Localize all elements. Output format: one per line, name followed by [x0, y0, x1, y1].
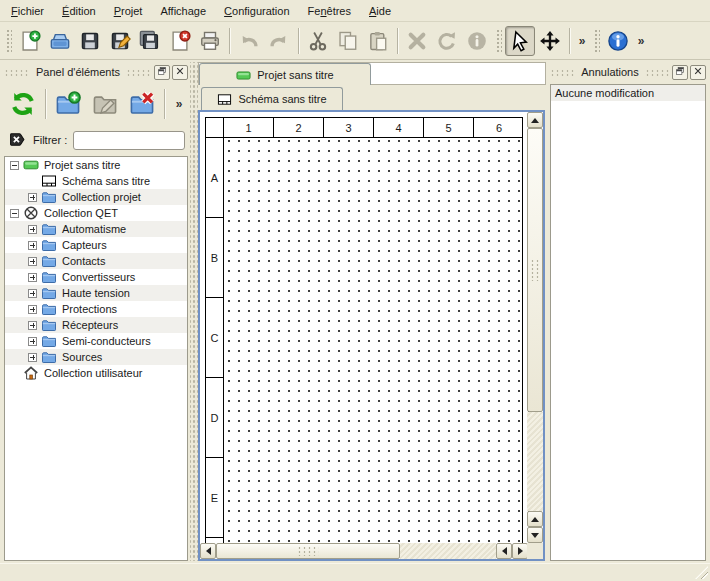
cut-button[interactable]: [303, 26, 333, 56]
panel-toolbar-extension-button[interactable]: »: [170, 95, 188, 113]
toolbar-handle[interactable]: [5, 28, 12, 54]
folder-icon: [41, 349, 57, 365]
copy-button[interactable]: [333, 26, 363, 56]
expander-minus-icon[interactable]: [9, 208, 20, 219]
folder-icon: [41, 317, 57, 333]
open-file-button[interactable]: [45, 26, 75, 56]
schema-canvas[interactable]: 123456 ABCDE: [200, 112, 543, 559]
print-button[interactable]: [195, 26, 225, 56]
clear-filter-button[interactable]: [7, 130, 27, 150]
about-button[interactable]: [603, 26, 633, 56]
vscroll-track[interactable]: [527, 412, 543, 511]
folder-icon: [41, 221, 57, 237]
main-toolbar: »»: [0, 22, 710, 60]
undo-button[interactable]: [234, 26, 264, 56]
tab-schema[interactable]: Schéma sans titre: [201, 87, 343, 110]
toolbar-handle[interactable]: [593, 28, 600, 54]
hscroll-left-button[interactable]: [200, 543, 216, 559]
scrollbar-corner: [527, 543, 543, 559]
expander-plus-icon[interactable]: [27, 304, 38, 315]
tree-item-recepteurs[interactable]: Récepteurs: [5, 317, 187, 333]
filter-input[interactable]: [73, 131, 185, 150]
filter-row: Filtrer :: [2, 126, 190, 154]
new-file-button[interactable]: [15, 26, 45, 56]
tree-item-schema-sans-titre[interactable]: Schéma sans titre: [5, 173, 187, 189]
expander-plus-icon[interactable]: [27, 272, 38, 283]
expander-plus-icon[interactable]: [27, 336, 38, 347]
tree-item-semi-conducteurs[interactable]: Semi-conducteurs: [5, 333, 187, 349]
arrow-up-icon: [531, 114, 539, 123]
pan-mode-button[interactable]: [535, 26, 565, 56]
undo-list-item[interactable]: Aucune modification: [551, 85, 705, 101]
expander-plus-icon[interactable]: [27, 288, 38, 299]
expander-plus-icon[interactable]: [27, 320, 38, 331]
menu-affichage[interactable]: Affichage: [151, 1, 215, 21]
expander-plus-icon[interactable]: [27, 240, 38, 251]
info-circle-icon: [463, 27, 491, 55]
edit-category-button[interactable]: [88, 87, 122, 121]
schema-icon: [217, 92, 232, 107]
titlebar-texture: [645, 68, 670, 77]
element-info-button[interactable]: [462, 26, 492, 56]
tree-item-collection-qet[interactable]: Collection QET: [5, 205, 187, 221]
tree-item-capteurs[interactable]: Capteurs: [5, 237, 187, 253]
reload-collections-button[interactable]: [6, 87, 40, 121]
select-mode-button[interactable]: [505, 26, 535, 56]
save-button[interactable]: [75, 26, 105, 56]
tree-item-projet-sans-titre[interactable]: Projet sans titre: [5, 157, 187, 173]
vscroll-up-button[interactable]: [527, 112, 543, 128]
dock-close-button[interactable]: [690, 65, 706, 80]
rotate-button[interactable]: [432, 26, 462, 56]
delete-button[interactable]: [402, 26, 432, 56]
hscroll-right-button[interactable]: [512, 543, 528, 559]
vscroll-down-button[interactable]: [527, 527, 543, 543]
tree-item-label: Récepteurs: [62, 319, 118, 331]
float-icon: [675, 66, 685, 78]
menu-configuration[interactable]: Configuration: [215, 1, 298, 21]
tree-item-collection-projet[interactable]: Collection projet: [5, 189, 187, 205]
menu-fenetres[interactable]: Fenêtres: [299, 1, 360, 21]
column-label-6: 6: [474, 118, 524, 137]
close-file-button[interactable]: [165, 26, 195, 56]
tree-item-convertisseurs[interactable]: Convertisseurs: [5, 269, 187, 285]
tab-project[interactable]: Projet sans titre: [199, 63, 371, 86]
save-as-button[interactable]: [105, 26, 135, 56]
expander-plus-icon[interactable]: [27, 352, 38, 363]
save-all-button[interactable]: [135, 26, 165, 56]
tree-item-sources[interactable]: Sources: [5, 349, 187, 365]
vscroll-thumb[interactable]: [527, 128, 543, 412]
qet-icon: [23, 205, 39, 221]
expander-minus-icon[interactable]: [9, 160, 20, 171]
resize-grip[interactable]: [695, 566, 708, 579]
folder-new-icon: [51, 87, 85, 121]
menu-aide[interactable]: Aide: [360, 1, 400, 21]
paste-button[interactable]: [363, 26, 393, 56]
dock-float-button[interactable]: [154, 65, 170, 80]
toolbar-extension-button[interactable]: »: [574, 30, 590, 52]
hscroll-track[interactable]: [400, 543, 496, 559]
menu-projet[interactable]: Projet: [105, 1, 152, 21]
tree-item-protections[interactable]: Protections: [5, 301, 187, 317]
expander-plus-icon[interactable]: [27, 192, 38, 203]
save-all-icon: [136, 27, 164, 55]
dock-close-button[interactable]: [172, 65, 188, 80]
menu-edition[interactable]: Édition: [53, 1, 105, 21]
expander-plus-icon[interactable]: [27, 256, 38, 267]
delete-category-button[interactable]: [125, 87, 159, 121]
tree-item-haute-tension[interactable]: Haute tension: [5, 285, 187, 301]
menu-fichier[interactable]: Fichier: [2, 1, 53, 21]
tree-item-contacts[interactable]: Contacts: [5, 253, 187, 269]
dock-float-button[interactable]: [672, 65, 688, 80]
tree-item-collection-utilisateur[interactable]: Collection utilisateur: [5, 365, 187, 381]
toolbar-extension-button[interactable]: »: [633, 30, 649, 52]
hscroll-left2-button[interactable]: [496, 543, 512, 559]
panel-splitter[interactable]: [190, 62, 198, 561]
tree-item-label: Protections: [62, 303, 117, 315]
expander-plus-icon[interactable]: [27, 224, 38, 235]
new-category-button[interactable]: [51, 87, 85, 121]
vscroll-up2-button[interactable]: [527, 511, 543, 527]
tree-item-automatisme[interactable]: Automatisme: [5, 221, 187, 237]
toolbar-handle[interactable]: [495, 28, 502, 54]
hscroll-thumb[interactable]: [216, 543, 400, 559]
redo-button[interactable]: [264, 26, 294, 56]
